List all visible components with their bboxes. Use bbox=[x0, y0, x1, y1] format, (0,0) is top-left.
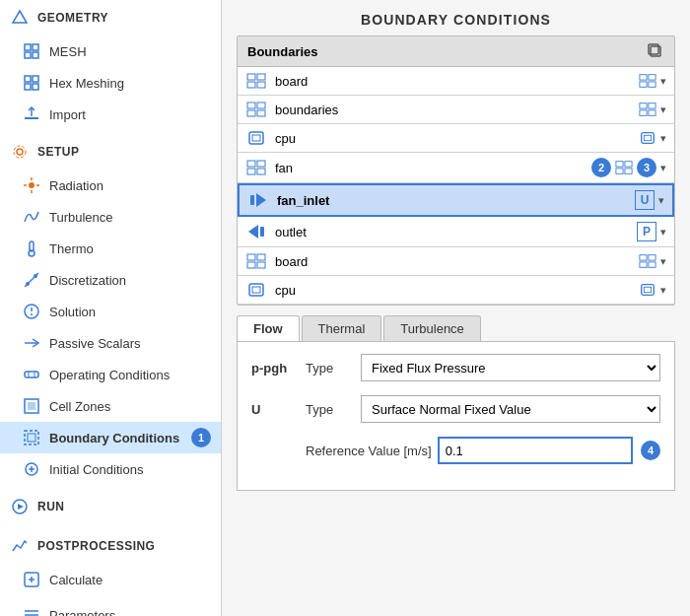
svg-point-21 bbox=[26, 282, 30, 286]
boundary-row-board-2[interactable]: board ▾ bbox=[238, 247, 674, 276]
sidebar-item-parameters[interactable]: Parameters bbox=[0, 599, 221, 616]
boundary-row-cpu-1[interactable]: cpu ▾ bbox=[238, 124, 674, 153]
svg-rect-32 bbox=[25, 431, 38, 445]
discretization-icon bbox=[22, 270, 41, 290]
boundary-label-outlet: outlet bbox=[275, 225, 637, 240]
svg-rect-85 bbox=[247, 262, 255, 268]
boundary-row-cpu-2[interactable]: cpu ▾ bbox=[238, 276, 674, 305]
sidebar-item-solution[interactable]: Solution bbox=[0, 296, 221, 327]
boundary-row-board-1[interactable]: board ▾ bbox=[238, 67, 674, 96]
svg-rect-77 bbox=[616, 169, 623, 173]
svg-rect-4 bbox=[33, 52, 38, 58]
boundary-list: board ▾ boundaries ▾ bbox=[238, 67, 674, 305]
svg-rect-59 bbox=[247, 103, 255, 108]
sidebar-item-operating-conditions[interactable]: Operating Conditions bbox=[0, 359, 221, 390]
setup-icon bbox=[10, 142, 30, 162]
sidebar-item-thermo[interactable]: Thermo bbox=[0, 233, 221, 264]
svg-rect-33 bbox=[28, 434, 35, 442]
svg-rect-54 bbox=[257, 82, 265, 88]
svg-rect-7 bbox=[25, 84, 31, 90]
sidebar-item-boundary-conditions[interactable]: Boundary Conditions 1 bbox=[0, 422, 221, 453]
sidebar-item-hex-meshing[interactable]: Hex Meshing bbox=[0, 67, 221, 99]
sidebar-item-discretization[interactable]: Discretization bbox=[0, 264, 221, 296]
grid-icon-4 bbox=[245, 252, 267, 270]
sidebar-item-turbulence[interactable]: Turbulence bbox=[0, 201, 221, 233]
boundary-row-outlet[interactable]: outlet P ▾ bbox=[238, 217, 674, 247]
boundary-row-boundaries[interactable]: boundaries ▾ bbox=[238, 96, 674, 124]
tab-flow[interactable]: Flow bbox=[237, 315, 300, 341]
boundary-conditions-badge: 1 bbox=[191, 428, 211, 447]
boundary-row-right-board-2: ▾ bbox=[639, 253, 666, 269]
svg-point-13 bbox=[29, 182, 34, 188]
svg-rect-61 bbox=[247, 110, 255, 116]
sidebar-item-radiation[interactable]: Radiation bbox=[0, 170, 221, 201]
svg-rect-64 bbox=[649, 103, 656, 108]
boundary-row-fan-inlet[interactable]: fan_inlet U ▾ bbox=[238, 183, 674, 217]
svg-rect-86 bbox=[257, 262, 265, 268]
run-icon bbox=[10, 497, 30, 516]
import-icon bbox=[22, 104, 41, 124]
fan-badge-2: 2 bbox=[591, 158, 611, 177]
cpu-icon-2 bbox=[245, 281, 267, 299]
svg-rect-51 bbox=[247, 74, 255, 80]
svg-rect-84 bbox=[257, 254, 265, 260]
solution-icon bbox=[22, 302, 41, 321]
sidebar-item-setup[interactable]: SETUP bbox=[0, 134, 221, 170]
ppgh-row: p-pgh Type Fixed Flux Pressure Fixed Val… bbox=[251, 354, 660, 381]
svg-rect-63 bbox=[640, 103, 647, 108]
svg-rect-62 bbox=[257, 110, 265, 116]
svg-rect-76 bbox=[625, 162, 632, 167]
svg-rect-87 bbox=[640, 255, 647, 260]
svg-rect-53 bbox=[247, 82, 255, 88]
svg-rect-67 bbox=[249, 132, 263, 144]
sidebar-item-calculate[interactable]: Calculate bbox=[0, 564, 221, 595]
boundary-label-board-1: board bbox=[275, 74, 639, 89]
svg-rect-83 bbox=[247, 254, 255, 260]
svg-rect-55 bbox=[640, 75, 647, 80]
u-type-label: Type bbox=[306, 402, 355, 417]
chevron-icon-3: ▾ bbox=[660, 132, 666, 145]
grid-icon-3 bbox=[245, 159, 267, 176]
ref-value-row: Reference Value [m/s] 4 bbox=[251, 437, 660, 464]
u-type-select[interactable]: Surface Normal Fixed Value Fixed Value N… bbox=[361, 395, 660, 423]
ref-value-input[interactable] bbox=[438, 437, 633, 464]
grid-icon-2 bbox=[245, 101, 267, 118]
sidebar-item-postprocessing[interactable]: POSTPROCESSING bbox=[0, 528, 221, 564]
ref-value-label: Reference Value [m/s] bbox=[306, 444, 432, 458]
svg-rect-1 bbox=[25, 44, 31, 50]
boundary-icon bbox=[22, 428, 41, 447]
sidebar-item-cell-zones[interactable]: Cell Zones bbox=[0, 390, 221, 422]
svg-rect-90 bbox=[649, 262, 656, 267]
svg-rect-79 bbox=[250, 195, 254, 205]
boundary-row-fan[interactable]: fan 2 3 ▾ bbox=[238, 153, 674, 183]
svg-marker-38 bbox=[18, 504, 24, 510]
svg-rect-94 bbox=[644, 287, 651, 292]
chevron-icon-8: ▾ bbox=[660, 284, 666, 297]
sidebar-item-initial-conditions[interactable]: Initial Conditions bbox=[0, 453, 221, 485]
svg-point-12 bbox=[14, 146, 26, 158]
chevron-icon-5: ▾ bbox=[658, 194, 664, 207]
copy-icon[interactable] bbox=[647, 42, 664, 60]
sidebar-item-passive-scalars[interactable]: Passive Scalars bbox=[0, 327, 221, 359]
svg-rect-56 bbox=[649, 75, 656, 80]
svg-rect-27 bbox=[25, 372, 38, 377]
mesh-icon bbox=[22, 41, 41, 61]
svg-rect-60 bbox=[257, 103, 265, 108]
passive-scalars-icon bbox=[22, 333, 41, 353]
sidebar-item-geometry[interactable]: GEOMETRY bbox=[0, 0, 221, 35]
svg-rect-74 bbox=[257, 169, 265, 174]
svg-rect-89 bbox=[640, 262, 647, 267]
tab-turbulence[interactable]: Turbulence bbox=[383, 315, 481, 341]
tab-thermal[interactable]: Thermal bbox=[302, 315, 382, 341]
svg-marker-0 bbox=[13, 11, 27, 23]
ppgh-type-select[interactable]: Fixed Flux Pressure Fixed Value Zero Gra… bbox=[361, 354, 660, 381]
svg-rect-69 bbox=[642, 133, 655, 144]
sidebar-item-mesh[interactable]: MESH bbox=[0, 35, 221, 67]
chevron-icon-7: ▾ bbox=[660, 255, 666, 268]
sidebar-item-import[interactable]: Import bbox=[0, 99, 221, 130]
sidebar-item-run[interactable]: RUN bbox=[0, 489, 221, 524]
grid-icon bbox=[245, 72, 267, 90]
svg-rect-70 bbox=[644, 135, 651, 140]
parameters-icon bbox=[22, 605, 41, 616]
svg-rect-81 bbox=[260, 227, 264, 237]
